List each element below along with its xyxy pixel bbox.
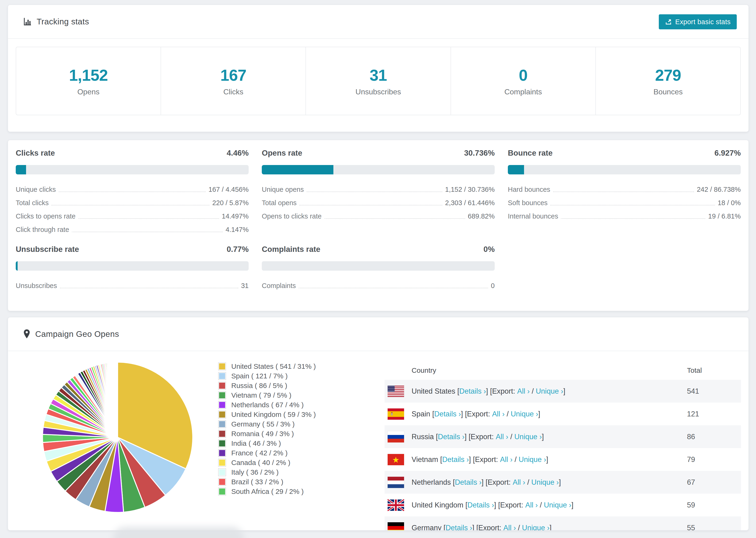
progress-bar <box>262 261 495 271</box>
progress-bar <box>16 261 249 271</box>
stat-label: Unique opens <box>262 186 304 193</box>
stat-row: Unique clicks 167 / 4.456% <box>16 183 249 196</box>
export-unique-link[interactable]: Unique › <box>544 501 571 509</box>
progress-bar <box>262 165 495 174</box>
pie-slice <box>117 362 118 437</box>
legend-swatch <box>218 401 226 409</box>
stat-value: 689.82% <box>468 212 495 220</box>
table-row: Vietnam [Details ›] [Export: All › / Uni… <box>385 448 741 471</box>
stat-value: 220 / 5.87% <box>212 199 249 207</box>
rate-block: Unsubscribe rate 0.77% Unsubscribes 31 <box>16 245 249 293</box>
export-unique-link[interactable]: Unique › <box>519 456 546 463</box>
country-total: 59 <box>687 501 741 510</box>
legend-item: Spain ( 121 / 7% ) <box>218 371 316 381</box>
export-unique-link[interactable]: Unique › <box>514 433 542 441</box>
summary-cell: 279 Bounces <box>596 47 740 115</box>
rates-grid-top: Clicks rate 4.46% Unique clicks 167 / 4.… <box>16 149 741 237</box>
table-row: United States [Details ›] [Export: All ›… <box>385 380 741 403</box>
export-all-link[interactable]: All › <box>500 456 513 463</box>
dotted-leader <box>60 288 238 288</box>
stat-label: Internal bounces <box>508 212 558 220</box>
summary-value: 279 <box>655 66 681 84</box>
progress-bar <box>508 165 741 174</box>
dotted-leader <box>72 232 223 232</box>
table-row: Germany [Details ›] [Export: All › / Uni… <box>385 516 741 530</box>
legend-swatch <box>218 449 226 457</box>
page-title: Tracking stats <box>37 17 89 26</box>
export-all-link[interactable]: All › <box>503 524 516 531</box>
export-all-link[interactable]: All › <box>496 433 508 441</box>
country-total: 86 <box>687 433 741 441</box>
legend-swatch <box>218 420 226 428</box>
export-basic-stats-button[interactable]: Export basic stats <box>659 14 737 29</box>
bar-chart-icon <box>23 17 32 26</box>
stat-row: Internal bounces 19 / 6.81% <box>508 210 741 223</box>
details-link[interactable]: Details › <box>455 478 482 486</box>
total-column-header: Total <box>687 366 741 374</box>
export-unique-link[interactable]: Unique › <box>536 387 563 395</box>
legend-item: Canada ( 40 / 2% ) <box>218 458 316 467</box>
country-name: Netherlands <box>411 478 451 486</box>
tracking-stats-card: Tracking stats Export basic stats 1,152 … <box>8 5 749 132</box>
country-flag-icon <box>388 408 404 420</box>
export-all-link[interactable]: All › <box>525 501 538 509</box>
dotted-leader <box>307 191 442 192</box>
rate-value: 0% <box>483 245 495 254</box>
stat-row: Soft bounces 18 / 0% <box>508 196 741 210</box>
export-unique-link[interactable]: Unique › <box>531 478 559 486</box>
legend-item: Russia ( 86 / 5% ) <box>218 381 316 390</box>
summary-label: Bounces <box>653 87 683 96</box>
export-all-link[interactable]: All › <box>492 410 505 418</box>
dotted-leader <box>550 205 715 205</box>
summary-cell: 167 Clicks <box>161 47 306 115</box>
country-total: 121 <box>687 410 741 418</box>
stat-row: Complaints 0 <box>262 279 495 293</box>
details-link[interactable]: Details › <box>442 456 469 463</box>
stat-row: Total clicks 220 / 5.87% <box>16 196 249 210</box>
export-button-label: Export basic stats <box>675 18 730 26</box>
country-flag-icon <box>388 454 404 465</box>
progress-fill <box>508 165 524 174</box>
rate-value: 30.736% <box>464 149 495 157</box>
stat-label: Opens to clicks rate <box>262 212 322 220</box>
details-link[interactable]: Details › <box>467 501 494 509</box>
export-all-link[interactable]: All › <box>513 478 525 486</box>
export-unique-link[interactable]: Unique › <box>522 524 549 531</box>
country-total: 79 <box>687 456 741 464</box>
rate-title: Opens rate <box>262 149 302 157</box>
stat-label: Complaints <box>262 282 296 290</box>
rate-value: 6.927% <box>715 149 741 157</box>
legend-item: United States ( 541 / 31% ) <box>218 361 316 371</box>
table-row: United Kingdom [Details ›] [Export: All … <box>385 494 741 516</box>
details-link[interactable]: Details › <box>459 387 486 395</box>
export-icon <box>665 18 672 26</box>
geo-header: Campaign Geo Opens <box>8 317 748 351</box>
summary-strip: 1,152 Opens 167 Clicks 31 Unsubscribes 0… <box>16 47 741 115</box>
export-all-link[interactable]: All › <box>517 387 530 395</box>
summary-value: 1,152 <box>69 66 108 84</box>
country-name: Russia <box>411 433 434 441</box>
country-flag-icon <box>388 431 404 443</box>
geo-legend: United States ( 541 / 31% ) Spain ( 121 … <box>218 361 316 496</box>
country-total: 55 <box>687 524 741 531</box>
details-link[interactable]: Details › <box>434 410 461 418</box>
export-unique-link[interactable]: Unique › <box>511 410 538 418</box>
stat-value: 167 / 4.456% <box>208 186 249 193</box>
stat-row: Unsubscribes 31 <box>16 279 249 293</box>
stat-row: Hard bounces 242 / 86.738% <box>508 183 741 196</box>
legend-item: Romania ( 49 / 3% ) <box>218 429 316 439</box>
country-flag-icon <box>388 386 404 397</box>
legend-item: Netherlands ( 67 / 4% ) <box>218 400 316 409</box>
stat-label: Total opens <box>262 199 297 207</box>
country-name: Germany <box>411 524 441 531</box>
legend-label: Romania ( 49 / 3% ) <box>231 430 294 438</box>
details-link[interactable]: Details › <box>438 433 465 441</box>
summary-value: 31 <box>369 66 387 84</box>
country-flag-icon <box>388 477 404 488</box>
legend-label: Brazil ( 33 / 2% ) <box>231 478 283 486</box>
legend-item: Germany ( 55 / 3% ) <box>218 419 316 429</box>
stat-row: Clicks to opens rate 14.497% <box>16 210 249 223</box>
details-link[interactable]: Details › <box>446 524 472 531</box>
dotted-leader <box>298 288 488 288</box>
legend-swatch <box>218 372 226 380</box>
